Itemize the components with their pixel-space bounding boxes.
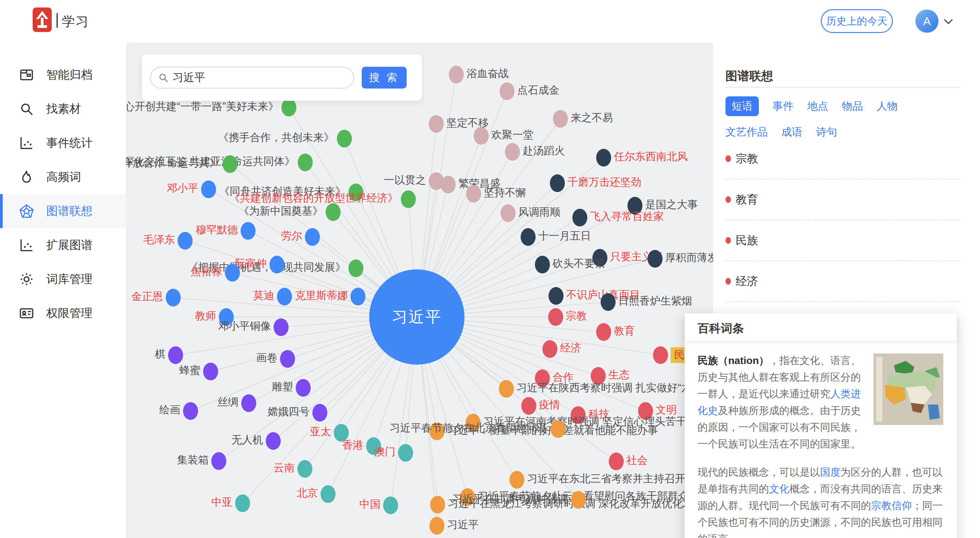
baike-inline-link[interactable]: 宗教信仰 bbox=[871, 500, 912, 511]
graph-node-label[interactable]: 砍头不要紧 bbox=[553, 257, 605, 270]
graph-node[interactable] bbox=[521, 397, 536, 415]
graph-node-label[interactable]: 《齐心开创共建“一带一路”美好未来》 bbox=[126, 100, 279, 113]
graph-node[interactable] bbox=[166, 289, 181, 307]
graph-node-label[interactable]: 赴汤蹈火 bbox=[523, 144, 565, 158]
graph-node-label[interactable]: 教师 bbox=[195, 309, 216, 323]
graph-node[interactable] bbox=[321, 485, 336, 503]
graph-node[interactable] bbox=[269, 256, 285, 273]
panel-tab-2[interactable]: 事件 bbox=[772, 96, 794, 116]
graph-canvas[interactable]: 习近平 《齐心开创共建“一带一路”美好未来》《携手合作，共创未来》《深化交流互鉴… bbox=[126, 43, 718, 538]
association-item[interactable]: 经济 bbox=[725, 261, 960, 302]
graph-node-label[interactable]: 千磨万击还坚劲 bbox=[568, 176, 641, 189]
association-item[interactable]: 民族 bbox=[725, 220, 960, 261]
association-item[interactable]: 教育 bbox=[725, 179, 960, 220]
graph-node[interactable] bbox=[235, 495, 250, 512]
graph-node-label[interactable]: 阮富仲 bbox=[235, 257, 267, 270]
graph-node-label[interactable]: 经济 bbox=[560, 341, 581, 355]
graph-node-label[interactable]: 是国之大事 bbox=[645, 198, 698, 211]
graph-node-label[interactable]: 焦裕禄 bbox=[191, 265, 222, 279]
graph-node[interactable] bbox=[571, 491, 586, 509]
graph-node[interactable] bbox=[337, 130, 352, 147]
graph-node-label[interactable]: 雕塑 bbox=[272, 380, 293, 394]
panel-tab-3[interactable]: 地点 bbox=[807, 96, 828, 116]
chevron-down-icon[interactable] bbox=[943, 16, 954, 27]
graph-node[interactable] bbox=[201, 180, 216, 198]
graph-node-label[interactable]: 点石成金 bbox=[517, 83, 559, 97]
graph-node-label[interactable]: 邓小平铜像 bbox=[218, 319, 271, 333]
graph-node[interactable] bbox=[535, 256, 550, 273]
avatar[interactable]: A bbox=[915, 10, 939, 33]
graph-node-label[interactable]: 北京 bbox=[297, 486, 318, 500]
graph-node[interactable] bbox=[298, 153, 313, 171]
graph-node[interactable] bbox=[168, 346, 183, 364]
graph-node-label[interactable]: 棋 bbox=[155, 347, 165, 361]
graph-node-label[interactable]: 邓小平 bbox=[167, 182, 198, 195]
sidebar-item-5[interactable]: 图谱联想 bbox=[0, 194, 126, 228]
graph-node[interactable] bbox=[509, 471, 524, 489]
graph-node-label[interactable]: 《开放合作 命运与共》 bbox=[126, 156, 220, 170]
graph-node[interactable] bbox=[240, 222, 256, 240]
graph-node[interactable] bbox=[430, 517, 444, 535]
sidebar-item-6[interactable]: 扩展图谱 bbox=[0, 228, 126, 262]
graph-node-label[interactable]: 嫦娥四号 bbox=[267, 405, 310, 418]
graph-node-label[interactable]: 宗教 bbox=[566, 309, 587, 323]
graph-node[interactable] bbox=[312, 404, 327, 421]
graph-node-label[interactable]: 劳尔 bbox=[281, 229, 302, 243]
graph-node-label[interactable]: 浴血奋战 bbox=[466, 67, 509, 80]
graph-node[interactable] bbox=[274, 318, 288, 336]
graph-node[interactable] bbox=[241, 394, 256, 412]
panel-tab-5[interactable]: 人物 bbox=[877, 96, 898, 116]
graph-node[interactable] bbox=[225, 264, 240, 282]
graph-node-label[interactable]: 《为新中国奠基》 bbox=[239, 204, 323, 218]
graph-node-label[interactable]: 澳门 bbox=[374, 445, 395, 459]
graph-node-label[interactable]: 亚太 bbox=[310, 425, 331, 439]
graph-node[interactable] bbox=[401, 190, 416, 208]
graph-node-label[interactable]: 来之不易 bbox=[571, 111, 613, 125]
graph-node-label[interactable]: 中亚 bbox=[211, 495, 232, 509]
graph-node-label[interactable]: 日照香炉生紫烟 bbox=[618, 294, 692, 308]
graph-node[interactable] bbox=[296, 379, 311, 397]
sidebar-item-2[interactable]: 找素材 bbox=[0, 92, 126, 126]
sidebar-item-7[interactable]: 词库管理 bbox=[0, 262, 126, 296]
sidebar-item-4[interactable]: 高频词 bbox=[0, 160, 126, 194]
graph-node[interactable] bbox=[298, 460, 312, 478]
graph-node-label[interactable]: 莫迪 bbox=[253, 289, 274, 302]
graph-node-label[interactable]: 任尔东西南北风 bbox=[614, 150, 688, 163]
association-item[interactable]: 宗教 bbox=[725, 139, 960, 179]
graph-node[interactable] bbox=[501, 204, 515, 222]
graph-node-label[interactable]: 社会 bbox=[627, 453, 648, 467]
graph-node-label[interactable]: 《携手合作，共创未来》 bbox=[218, 131, 334, 144]
graph-node-label[interactable]: 坚持不懈 bbox=[484, 186, 526, 200]
graph-node-label[interactable]: 生态 bbox=[608, 368, 630, 382]
graph-node-label[interactable]: 十一月五日 bbox=[538, 229, 591, 243]
graph-node[interactable] bbox=[398, 444, 413, 462]
graph-node[interactable] bbox=[326, 203, 340, 221]
graph-node[interactable] bbox=[648, 250, 662, 268]
search-button[interactable]: 搜 索 bbox=[362, 67, 407, 89]
graph-node[interactable] bbox=[549, 287, 563, 305]
history-today-button[interactable]: 历史上的今天 bbox=[821, 9, 893, 33]
sidebar-item-8[interactable]: 权限管理 bbox=[0, 296, 126, 330]
graph-node-label[interactable]: 金正恩 bbox=[131, 290, 163, 303]
graph-node-label[interactable]: 《共建创新包容的开放型世界经济》 bbox=[229, 192, 398, 205]
baike-inline-link[interactable]: 文化 bbox=[769, 483, 789, 495]
sidebar-item-3[interactable]: 事件统计 bbox=[0, 126, 126, 160]
graph-node[interactable] bbox=[280, 350, 295, 368]
graph-node-label[interactable]: 飞入寻常百姓家 bbox=[590, 210, 664, 224]
graph-node[interactable] bbox=[350, 288, 366, 305]
graph-node-label[interactable]: 疫情 bbox=[539, 398, 560, 412]
graph-node-label[interactable]: 集装箱 bbox=[177, 453, 208, 467]
graph-node-label[interactable]: 欢聚一堂 bbox=[492, 128, 533, 142]
graph-node[interactable] bbox=[596, 323, 611, 341]
graph-node-label[interactable]: 习近平 bbox=[447, 518, 479, 532]
graph-node[interactable] bbox=[223, 155, 237, 173]
graph-node[interactable] bbox=[211, 452, 226, 470]
graph-node[interactable] bbox=[548, 308, 563, 326]
panel-tab-1[interactable]: 短语 bbox=[725, 96, 759, 116]
graph-node-label[interactable]: 香港 bbox=[342, 438, 363, 452]
graph-node-label[interactable]: 穆罕默德 bbox=[196, 223, 238, 237]
graph-node[interactable] bbox=[466, 185, 481, 203]
graph-node[interactable] bbox=[596, 149, 611, 166]
graph-node[interactable] bbox=[282, 99, 296, 117]
graph-node[interactable] bbox=[550, 174, 565, 192]
